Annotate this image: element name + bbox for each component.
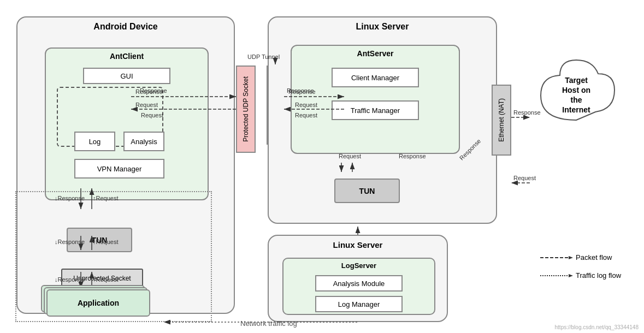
log-manager-box: Log Manager bbox=[315, 296, 403, 312]
vpn-manager-box: VPN Manager bbox=[74, 159, 164, 179]
analysis-label: Analysis bbox=[131, 138, 157, 146]
logserver-label: LogServer bbox=[341, 261, 376, 270]
linux-server-bottom-box: Linux Server LogServer Analysis Module L… bbox=[268, 235, 448, 322]
log-box: Log bbox=[74, 132, 115, 151]
logserver-box: LogServer Analysis Module Log Manager bbox=[282, 258, 435, 315]
ethernet-nat-label: Ethernet (NAT) bbox=[498, 98, 505, 142]
response-label-antclient: Response bbox=[140, 87, 167, 94]
protected-udp-label: Protected UDP Socket bbox=[242, 76, 250, 142]
gui-label: GUI bbox=[120, 72, 133, 80]
linux-server-bottom-label: Linux Server bbox=[333, 240, 383, 249]
traffic-manager-box: Traffic Manager bbox=[332, 100, 419, 120]
target-host-cloud: Target Host on the Internet bbox=[530, 55, 623, 126]
application-stack: Application bbox=[46, 289, 150, 319]
svg-text:Internet: Internet bbox=[562, 105, 590, 114]
udp-tunnel-label: UDP Tunnel bbox=[247, 53, 280, 60]
linux-server-top-box: Linux Server AntServer Client Manager Tr… bbox=[268, 16, 497, 224]
network-log-label: Network traffic log bbox=[240, 319, 297, 328]
log-manager-label: Log Manager bbox=[338, 300, 380, 308]
svg-text:the: the bbox=[571, 96, 582, 104]
analysis-module-label: Analysis Module bbox=[333, 280, 385, 288]
svg-text:Request: Request bbox=[513, 175, 536, 181]
response-label-udp: Response bbox=[287, 87, 314, 94]
analysis-module-box: Analysis Module bbox=[315, 275, 403, 292]
client-manager-label: Client Manager bbox=[351, 74, 399, 82]
android-device-label: Android Device bbox=[93, 22, 157, 32]
packet-flow-label: Packet flow bbox=[576, 253, 612, 261]
packet-flow-line bbox=[540, 254, 573, 261]
gui-box: GUI bbox=[83, 68, 170, 84]
tun-linux-box: TUN bbox=[334, 179, 400, 203]
request-label-antclient: Request bbox=[141, 112, 163, 118]
app-box-front: Application bbox=[46, 289, 150, 317]
antserver-label: AntServer bbox=[357, 49, 394, 58]
legend: Packet flow Traffic log flow bbox=[540, 253, 628, 289]
svg-text:Target: Target bbox=[565, 76, 588, 85]
application-label: Application bbox=[78, 299, 119, 307]
diagram: Android Device AntClient GUI Log Analysi… bbox=[0, 0, 644, 333]
traffic-log-flow-line bbox=[540, 272, 573, 279]
tun-linux-label: TUN bbox=[359, 187, 375, 195]
analysis-box: Analysis bbox=[123, 132, 164, 151]
client-manager-box: Client Manager bbox=[332, 68, 419, 87]
linux-server-top-label: Linux Server bbox=[356, 22, 409, 32]
antclient-box: AntClient GUI Log Analysis VPN Manager bbox=[45, 47, 209, 200]
antserver-box: AntServer Client Manager Traffic Manager bbox=[291, 45, 460, 154]
request-label-udp: Request bbox=[295, 112, 317, 118]
log-label: Log bbox=[89, 138, 101, 146]
traffic-manager-label: Traffic Manager bbox=[351, 106, 400, 115]
svg-marker-39 bbox=[569, 256, 573, 259]
watermark: https://blog.csdn.net/qq_33344148 bbox=[555, 324, 639, 330]
antclient-label: AntClient bbox=[110, 52, 144, 61]
svg-text:Host on: Host on bbox=[562, 86, 590, 94]
ethernet-nat-box: Ethernet (NAT) bbox=[492, 85, 511, 156]
traffic-log-flow-label: Traffic log flow bbox=[576, 271, 621, 280]
packet-flow-legend: Packet flow bbox=[540, 253, 628, 261]
svg-marker-41 bbox=[569, 274, 573, 277]
protected-udp-box: Protected UDP Socket bbox=[236, 66, 256, 153]
traffic-log-flow-legend: Traffic log flow bbox=[540, 271, 628, 280]
vpn-manager-label: VPN Manager bbox=[97, 165, 142, 173]
